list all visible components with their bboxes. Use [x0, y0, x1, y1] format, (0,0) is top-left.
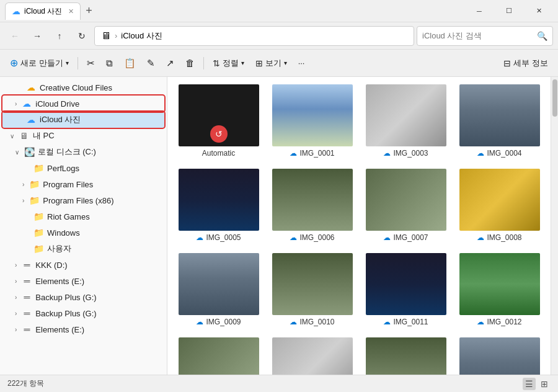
- sort-button[interactable]: ⇅ 정렬 ▾: [208, 53, 249, 73]
- breadcrumb-bar[interactable]: 🖥 › iCloud 사진: [94, 26, 414, 46]
- view-chevron-icon: ▾: [284, 60, 287, 66]
- paste-button[interactable]: 📋: [119, 53, 141, 73]
- share-button[interactable]: ↗: [161, 53, 179, 73]
- scrollbar-thumb[interactable]: [552, 79, 557, 117]
- photo-thumbnail: [366, 84, 446, 146]
- sort-label: 정렬: [223, 58, 239, 69]
- sidebar-label: Elements (E:): [35, 325, 84, 334]
- new-tab-button[interactable]: +: [83, 4, 95, 17]
- sidebar-item-backup-plus-g2[interactable]: ›═Backup Plus (G:): [2, 305, 164, 321]
- photo-item[interactable]: ☁IMG_0005: [175, 166, 262, 244]
- sidebar-item-backup-plus-g[interactable]: ›═Backup Plus (G:): [2, 289, 164, 305]
- sidebar-label: Backup Plus (G:): [35, 309, 96, 318]
- sidebar-icon: ☁: [22, 99, 32, 109]
- cloud-icon: ☁: [196, 318, 203, 326]
- tab-icon: ☁: [12, 6, 20, 16]
- photo-item[interactable]: [362, 335, 450, 375]
- photo-label: ☁IMG_0009: [196, 318, 241, 326]
- photo-item[interactable]: ↺Automatic: [175, 82, 262, 160]
- rename-button[interactable]: ✎: [142, 53, 160, 73]
- view-grid-button[interactable]: ⊞: [538, 378, 551, 390]
- photo-item[interactable]: ☁IMG_0007: [362, 166, 450, 244]
- up-button[interactable]: ↑: [50, 26, 69, 46]
- photo-item[interactable]: ☁IMG_0009: [175, 251, 262, 329]
- breadcrumb-location: iCloud 사진: [121, 30, 162, 42]
- cut-button[interactable]: ✂: [82, 53, 100, 73]
- sidebar-icon: ═: [22, 276, 32, 286]
- photo-item[interactable]: ☁IMG_0003: [362, 82, 450, 160]
- sidebar-item-perflogs[interactable]: 📁PerfLogs: [2, 160, 164, 176]
- photo-item[interactable]: ☁IMG_0001: [268, 82, 356, 160]
- toolbar-separator-1: [78, 57, 78, 69]
- sidebar-icon: 📁: [33, 228, 43, 238]
- chevron-icon: ∨: [15, 149, 19, 156]
- sidebar-item-users[interactable]: 📁사용자: [2, 241, 164, 257]
- sidebar-item-my-pc[interactable]: ∨🖥내 PC: [2, 128, 164, 144]
- cloud-icon: ☁: [383, 233, 391, 242]
- sidebar-item-local-disk-c[interactable]: ∨💽로컬 디스크 (C:): [2, 144, 164, 160]
- sidebar-item-icloud-drive[interactable]: ›☁iCloud Drive: [2, 96, 164, 112]
- sidebar-item-windows[interactable]: 📁Windows: [2, 225, 164, 241]
- photo-name: IMG_0012: [487, 318, 521, 326]
- photo-name: IMG_0007: [393, 233, 428, 242]
- maximize-button[interactable]: ☐: [495, 0, 523, 22]
- photo-name: IMG_0006: [299, 233, 334, 242]
- delete-button[interactable]: 🗑: [180, 53, 200, 73]
- toolbar: ⊕ 새로 만들기 ▾ ✂ ⧉ 📋 ✎ ↗ 🗑 ⇅ 정렬 ▾ ⊞ 보기 ▾ ···…: [0, 50, 558, 77]
- sidebar-item-icloud-photos[interactable]: ☁iCloud 사진: [2, 112, 164, 128]
- sidebar-item-elements-e[interactable]: ›═Elements (E:): [2, 273, 164, 289]
- photo-item[interactable]: ☁IMG_0012: [456, 251, 543, 329]
- cloud-icon: ☁: [290, 233, 297, 242]
- detail-label: 세부 정보: [513, 58, 548, 69]
- photo-item[interactable]: [175, 335, 262, 375]
- photo-label: ☁IMG_0006: [290, 233, 334, 242]
- view-label: 보기: [265, 58, 281, 69]
- photo-item[interactable]: ☁IMG_0008: [456, 166, 543, 244]
- view-button[interactable]: ⊞ 보기 ▾: [250, 53, 292, 73]
- photo-item[interactable]: [456, 335, 543, 375]
- sidebar-item-kkk-d[interactable]: ›═KKK (D:): [2, 257, 164, 273]
- forward-button[interactable]: →: [27, 26, 47, 46]
- sidebar-item-creative-cloud[interactable]: ☁Creative Cloud Files: [2, 79, 164, 96]
- sidebar-icon: ☁: [26, 82, 36, 92]
- cloud-icon: ☁: [477, 149, 484, 158]
- sidebar-item-elements-e2[interactable]: ›═Elements (E:): [2, 321, 164, 337]
- photo-thumbnail: [179, 337, 259, 375]
- detail-button[interactable]: ⊟ 세부 정보: [498, 53, 553, 73]
- chevron-icon: ›: [15, 294, 17, 301]
- sidebar-item-riot-games[interactable]: 📁Riot Games: [2, 208, 164, 225]
- breadcrumb-computer-icon: 🖥: [101, 30, 111, 42]
- refresh-button[interactable]: ↻: [72, 26, 92, 46]
- photo-item[interactable]: ☁IMG_0010: [268, 251, 356, 329]
- search-button[interactable]: 🔍: [537, 31, 547, 41]
- close-button[interactable]: ✕: [525, 0, 553, 22]
- chevron-icon: ›: [15, 278, 17, 285]
- more-icon: ···: [298, 58, 305, 68]
- sidebar-icon: 📁: [33, 163, 43, 173]
- new-button[interactable]: ⊕ 새로 만들기 ▾: [5, 53, 74, 73]
- photo-thumbnail: [459, 84, 540, 146]
- search-input[interactable]: [422, 31, 534, 40]
- sidebar-label: Riot Games: [47, 212, 90, 221]
- back-button[interactable]: ←: [5, 26, 25, 46]
- chevron-icon: ›: [22, 181, 24, 188]
- sidebar-item-program-files[interactable]: ›📁Program Files: [2, 176, 164, 192]
- sidebar-item-program-files-x86[interactable]: ›📁Program Files (x86): [2, 192, 164, 208]
- tab-title: iCloud 사진: [24, 6, 62, 17]
- photo-item[interactable]: ☁IMG_0004: [456, 82, 543, 160]
- view-list-button[interactable]: ☰: [523, 378, 536, 390]
- scrollbar-track[interactable]: [551, 77, 558, 375]
- active-tab[interactable]: ☁ iCloud 사진 ✕: [5, 2, 81, 20]
- new-label: 새로 만들기: [20, 58, 63, 69]
- photo-item[interactable]: ☁IMG_0006: [268, 166, 356, 244]
- more-button[interactable]: ···: [293, 53, 310, 73]
- copy-button[interactable]: ⧉: [101, 53, 118, 73]
- minimize-button[interactable]: ─: [465, 0, 494, 22]
- tab-close-button[interactable]: ✕: [68, 7, 74, 16]
- sort-chevron-icon: ▾: [241, 60, 244, 66]
- photo-item[interactable]: ☁IMG_0011: [362, 251, 450, 329]
- photo-item[interactable]: [268, 335, 356, 375]
- new-chevron-icon: ▾: [66, 60, 69, 66]
- photo-grid: ↺Automatic☁IMG_0001☁IMG_0003☁IMG_0004☁IM…: [175, 82, 543, 375]
- detail-icon: ⊟: [503, 58, 511, 68]
